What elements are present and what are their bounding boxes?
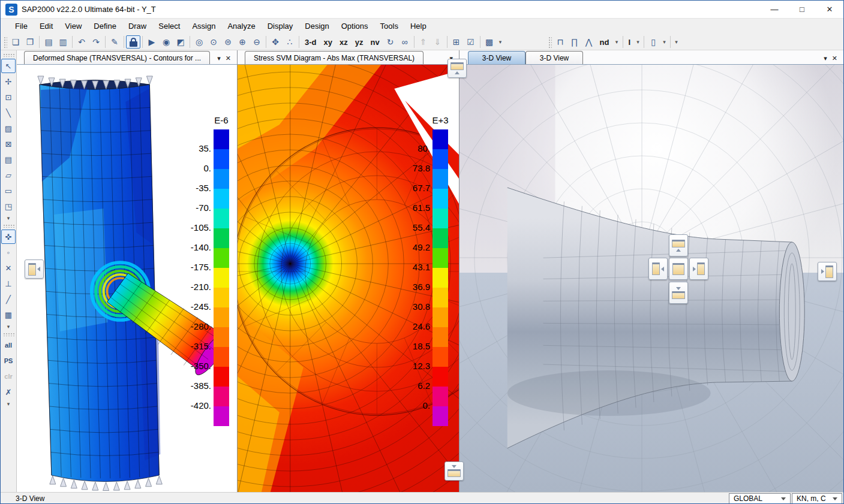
joint-label-button[interactable]: ∴ — [283, 35, 297, 49]
menu-draw[interactable]: Draw — [122, 19, 152, 34]
run-now-button[interactable]: ◉ — [159, 35, 173, 49]
named-display-dropdown[interactable]: ▾ — [497, 35, 504, 49]
window-dropdown-icon[interactable]: ▾ — [217, 55, 221, 62]
pan-button[interactable]: ✥ — [268, 35, 283, 49]
snap-joints-grid-tool[interactable]: ✜ — [1, 230, 16, 244]
snap-perpendicular-tool[interactable]: ⊥ — [1, 276, 16, 291]
snap-intersections-tool[interactable]: ✕ — [1, 261, 16, 275]
units-select[interactable]: KN, m, C — [792, 493, 842, 504]
quick-frame-button[interactable]: ⊓ — [553, 35, 567, 49]
maximize-button[interactable]: □ — [788, 1, 816, 18]
split-down-button[interactable] — [669, 282, 688, 304]
restore-full-view-button[interactable]: ⊙ — [206, 35, 221, 49]
close-button[interactable]: ✕ — [816, 1, 843, 18]
toolbar-grip[interactable] — [2, 332, 14, 336]
redo-button[interactable]: ↷ — [89, 35, 103, 49]
view-xy-button[interactable]: xy — [320, 35, 336, 49]
menu-edit[interactable]: Edit — [34, 19, 59, 34]
toolbar-grip[interactable] — [548, 36, 552, 48]
view-yz-button[interactable]: yz — [352, 35, 367, 49]
draw-poly-area-tool[interactable]: ▱ — [1, 168, 16, 182]
menu-analyze[interactable]: Analyze — [221, 19, 261, 34]
rect-section-dropdown[interactable]: ▾ — [660, 35, 668, 49]
split-right-button[interactable] — [689, 258, 708, 280]
window-close-icon[interactable]: ✕ — [226, 55, 231, 62]
toolbar-grip[interactable] — [3, 36, 7, 48]
run-analysis-button[interactable]: ▶ — [145, 35, 159, 49]
toolbar-grip[interactable] — [2, 53, 14, 57]
tab-deformed-shape[interactable]: Deformed Shape (TRANSVERSAL) - Contours … — [24, 51, 210, 64]
menu-options[interactable]: Options — [335, 19, 374, 34]
stress-canvas[interactable] — [238, 65, 459, 492]
minimize-button[interactable]: — — [761, 1, 788, 18]
view-nv-button[interactable]: nv — [367, 35, 383, 49]
menu-select[interactable]: Select — [152, 19, 186, 34]
draw-mode-button[interactable]: ✎ — [107, 35, 122, 49]
i-section-dropdown[interactable]: ▾ — [634, 35, 642, 49]
open-file-button[interactable]: ❐ — [23, 35, 37, 49]
draw-quick-area-tool[interactable]: ◳ — [1, 199, 16, 213]
nd-button[interactable]: nd — [596, 35, 613, 49]
view-xz-button[interactable]: xz — [336, 35, 352, 49]
draw-quick-frame-tool[interactable]: ▨ — [1, 121, 16, 135]
menu-file[interactable]: File — [9, 19, 34, 34]
run-selector-button[interactable]: ◩ — [173, 35, 188, 49]
draw-braces-tool[interactable]: ⊠ — [1, 137, 16, 151]
deformed-shape-viewport[interactable]: E-635.0.-35.-70.-105.-140.-175.-210.-245… — [17, 65, 237, 492]
draw-frame-tool[interactable]: ╲ — [1, 105, 16, 120]
named-display-button[interactable]: ▩ — [482, 35, 497, 49]
toolbar-grip[interactable] — [2, 224, 14, 228]
split-up-button[interactable] — [669, 234, 688, 256]
window-dropdown-icon[interactable]: ▾ — [824, 55, 827, 62]
print-button[interactable]: ▥ — [56, 35, 70, 49]
new-model-button[interactable]: ❏ — [8, 35, 23, 49]
stress-viewport[interactable]: E+380.73.867.761.555.449.243.136.930.824… — [238, 65, 459, 492]
snap-lines-edges-tool[interactable]: ╱ — [1, 292, 16, 306]
menu-design[interactable]: Design — [299, 19, 335, 34]
more-snap-tools[interactable]: ▾ — [1, 323, 16, 330]
select-all-button[interactable]: all — [1, 338, 16, 352]
coord-system-select[interactable]: GLOBAL — [729, 493, 791, 504]
splitter-handle-left[interactable] — [25, 259, 44, 279]
object-shrink-button[interactable]: ⊞ — [449, 35, 464, 49]
more-sections-dropdown[interactable]: ▾ — [672, 35, 680, 49]
zoom-window-button[interactable]: ◎ — [192, 35, 206, 49]
zoom-out-button[interactable]: ⊖ — [250, 35, 264, 49]
more-select-tools[interactable]: ▾ — [1, 400, 16, 408]
menu-assign[interactable]: Assign — [186, 19, 221, 34]
undo-button[interactable]: ↶ — [74, 35, 89, 49]
draw-joint-tool[interactable]: ⊡ — [1, 90, 16, 104]
window-close-icon[interactable]: ✕ — [832, 55, 837, 62]
splitter-handle-top[interactable] — [447, 59, 467, 78]
split-center-button[interactable] — [669, 258, 688, 280]
menu-display[interactable]: Display — [262, 19, 299, 34]
view-3d-button[interactable]: 3-d — [301, 35, 320, 49]
splitter-handle-bottom[interactable] — [444, 461, 464, 481]
menu-view[interactable]: View — [59, 19, 88, 34]
splitter-handle-right[interactable] — [818, 262, 837, 281]
rotate-view-button[interactable]: ↻ — [383, 35, 398, 49]
draw-rect-area-tool[interactable]: ▭ — [1, 183, 16, 198]
reshape-tool[interactable]: ✢ — [1, 74, 16, 89]
menu-help[interactable]: Help — [404, 19, 432, 34]
rect-section-button[interactable]: ▯ — [646, 35, 660, 49]
template-dropdown[interactable]: ▾ — [613, 35, 621, 49]
menu-tools[interactable]: Tools — [374, 19, 404, 34]
display-options-button[interactable]: ☑ — [464, 35, 478, 49]
snap-fine-grid-tool[interactable]: ▦ — [1, 307, 16, 322]
previous-zoom-button[interactable]: ⊜ — [221, 35, 235, 49]
zoom-in-button[interactable]: ⊕ — [235, 35, 250, 49]
tab-stress-svm[interactable]: Stress SVM Diagram - Abs Max (TRANSVERSA… — [245, 51, 423, 64]
menu-define[interactable]: Define — [88, 19, 122, 34]
tab-3d-view-1[interactable]: 3-D View — [468, 51, 525, 64]
perspective-button[interactable]: ∞ — [398, 35, 412, 49]
tab-3d-view-2[interactable]: 3-D View — [525, 51, 583, 64]
snap-ends-midpoints-tool[interactable]: ◦ — [1, 245, 16, 259]
deformed-shape-canvas[interactable] — [17, 65, 237, 492]
more-draw-tools[interactable]: ▾ — [1, 215, 16, 222]
select-pointer-tool[interactable]: ↖ — [1, 59, 16, 73]
lock-model-button[interactable] — [126, 35, 140, 49]
draw-secondary-beams-tool[interactable]: ▤ — [1, 152, 16, 167]
save-button[interactable]: ▤ — [41, 35, 56, 49]
quick-portal-frame-button[interactable]: ∏ — [567, 35, 582, 49]
